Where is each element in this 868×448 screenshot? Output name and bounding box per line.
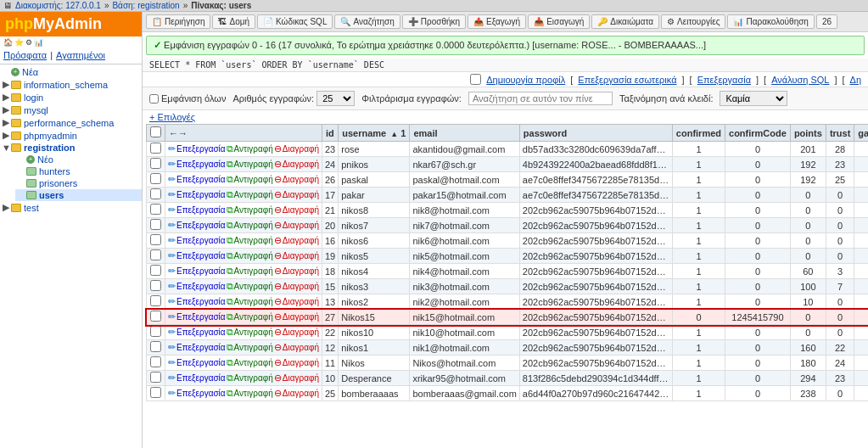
- select-all-checkbox[interactable]: [150, 126, 161, 137]
- edit-link[interactable]: Επεξεργασία: [176, 251, 226, 260]
- copy-link[interactable]: Αντιγραφή: [234, 266, 273, 276]
- delete-link[interactable]: Διαγραφή: [283, 328, 319, 337]
- copy-link[interactable]: Αντιγραφή: [234, 389, 273, 398]
- edit-link[interactable]: Επεξεργασία: [176, 205, 226, 215]
- edit-link[interactable]: Επεξεργασία: [176, 160, 226, 169]
- search-button[interactable]: 🔍 Αναζήτηση: [334, 14, 400, 29]
- col-header-confirmed[interactable]: confirmed: [672, 125, 725, 142]
- insert-button[interactable]: ➕ Προσθήκη: [402, 14, 466, 29]
- tree-table-new[interactable]: + Νέο: [15, 154, 142, 165]
- structure-button[interactable]: 🏗 Δομή: [212, 14, 255, 29]
- edit-link[interactable]: Επεξεργασία: [176, 328, 226, 337]
- favorites-link[interactable]: Αγαπημένοι: [56, 50, 105, 60]
- more-button[interactable]: 26: [816, 14, 837, 29]
- create-profile-checkbox[interactable]: [470, 74, 481, 85]
- edit-link[interactable]: Επεξεργασία: [176, 190, 226, 199]
- delete-link[interactable]: Διαγραφή: [283, 205, 319, 215]
- delete-link[interactable]: Διαγραφή: [283, 266, 319, 276]
- delete-link[interactable]: Διαγραφή: [283, 343, 319, 352]
- export-button[interactable]: 📤 Εξαγωγή: [468, 14, 526, 29]
- import-button[interactable]: 📥 Εισαγωγή: [528, 14, 590, 29]
- col-header-id[interactable]: id: [322, 125, 339, 142]
- copy-link[interactable]: Αντιγραφή: [234, 373, 273, 383]
- col-header-games[interactable]: games: [854, 125, 868, 142]
- operations-button[interactable]: ⚙ Λειτουργίες: [661, 14, 725, 29]
- delete-link[interactable]: Διαγραφή: [283, 175, 319, 184]
- tree-db-phpmyadmin[interactable]: ▶ phpmyadmin: [0, 129, 142, 142]
- tree-table-prisoners[interactable]: prisoners: [15, 177, 142, 189]
- row-checkbox[interactable]: [150, 173, 161, 184]
- tree-db-test[interactable]: ▶ test: [0, 201, 142, 214]
- tree-db-information_schema[interactable]: ▶ information_schema: [0, 78, 142, 91]
- copy-link[interactable]: Αντιγραφή: [234, 312, 273, 322]
- copy-link[interactable]: Αντιγραφή: [234, 297, 273, 306]
- row-checkbox[interactable]: [150, 204, 161, 215]
- browse-button[interactable]: 📋 Περιήγηση: [146, 14, 210, 29]
- copy-link[interactable]: Αντιγραφή: [234, 175, 273, 184]
- breadcrumb-server[interactable]: Διακομιστής: 127.0.0.1: [15, 1, 101, 10]
- row-checkbox[interactable]: [150, 387, 161, 398]
- sort-select[interactable]: Καμία: [720, 91, 787, 106]
- row-checkbox[interactable]: [150, 295, 161, 306]
- tree-db-login[interactable]: ▶ login: [0, 91, 142, 104]
- row-checkbox[interactable]: [150, 280, 161, 291]
- copy-link[interactable]: Αντιγραφή: [234, 236, 273, 245]
- row-checkbox[interactable]: [150, 234, 161, 245]
- edit-link[interactable]: Επεξεργασία: [176, 221, 226, 230]
- delete-link[interactable]: Διαγραφή: [283, 312, 319, 322]
- copy-link[interactable]: Αντιγραφή: [234, 160, 273, 169]
- copy-link[interactable]: Αντιγραφή: [234, 144, 273, 154]
- add-entries-link[interactable]: + Επιλογές: [149, 112, 195, 122]
- edit-link[interactable]: Επεξεργασία: [176, 282, 226, 291]
- create-profile-link[interactable]: Δημιουργία προφίλ: [486, 75, 565, 85]
- delete-link[interactable]: Διαγραφή: [283, 190, 319, 199]
- edit-link[interactable]: Επεξεργασία: [176, 175, 226, 184]
- edit-link[interactable]: Επεξεργασία: [697, 75, 751, 85]
- col-header-username[interactable]: username ▲ 1: [339, 125, 410, 142]
- recent-link[interactable]: Πρόσφατα: [3, 50, 47, 60]
- edit-link[interactable]: Επεξεργασία: [176, 266, 226, 276]
- tracking-button[interactable]: 📊 Παρακολούθηση: [727, 14, 814, 29]
- delete-link[interactable]: Διαγραφή: [283, 251, 319, 260]
- row-checkbox[interactable]: [150, 158, 161, 169]
- col-header-points[interactable]: points: [790, 125, 826, 142]
- edit-link[interactable]: Επεξεργασία: [176, 358, 226, 367]
- row-checkbox[interactable]: [150, 311, 161, 322]
- delete-link[interactable]: Διαγραφή: [283, 297, 319, 306]
- copy-link[interactable]: Αντιγραφή: [234, 190, 273, 199]
- edit-internal-link[interactable]: Επεξεργασία εσωτερικά: [578, 75, 676, 85]
- copy-link[interactable]: Αντιγραφή: [234, 282, 273, 291]
- col-header-email[interactable]: email: [410, 125, 519, 142]
- delete-link[interactable]: Διαγραφή: [283, 160, 319, 169]
- breadcrumb-table[interactable]: Πίνακας: users: [191, 1, 251, 10]
- edit-link[interactable]: Επεξεργασία: [176, 373, 226, 383]
- copy-link[interactable]: Αντιγραφή: [234, 221, 273, 230]
- breadcrumb-database[interactable]: Βάση: registration: [112, 1, 179, 10]
- show-all-checkbox[interactable]: [149, 94, 159, 104]
- delete-link[interactable]: Διαγραφή: [283, 221, 319, 230]
- row-checkbox[interactable]: [150, 372, 161, 383]
- edit-link[interactable]: Επεξεργασία: [176, 343, 226, 352]
- tree-table-hunters[interactable]: hunters: [15, 165, 142, 177]
- edit-link[interactable]: Επεξεργασία: [176, 144, 226, 154]
- filter-input[interactable]: [468, 92, 613, 105]
- edit-link[interactable]: Επεξεργασία: [176, 236, 226, 245]
- row-checkbox[interactable]: [150, 356, 161, 367]
- col-header-password[interactable]: password: [519, 125, 672, 142]
- edit-link[interactable]: Επεξεργασία: [176, 297, 226, 306]
- sql-analysis-link[interactable]: Ανάλυση SQL: [771, 75, 829, 85]
- delete-link[interactable]: Διαγραφή: [283, 358, 319, 367]
- row-checkbox[interactable]: [150, 265, 161, 276]
- row-checkbox[interactable]: [150, 143, 161, 154]
- delete-link[interactable]: Διαγραφή: [283, 389, 319, 398]
- delete-link[interactable]: Διαγραφή: [283, 144, 319, 154]
- tree-item-new[interactable]: + Νέα: [0, 66, 142, 78]
- delete-link[interactable]: Διαγραφή: [283, 373, 319, 383]
- edit-link[interactable]: Επεξεργασία: [176, 389, 226, 398]
- row-checkbox[interactable]: [150, 188, 161, 199]
- sql-button[interactable]: 📄 Κώδικας SQL: [257, 14, 333, 29]
- row-checkbox[interactable]: [150, 341, 161, 352]
- row-checkbox[interactable]: [150, 249, 161, 260]
- tree-table-users[interactable]: users: [15, 189, 142, 201]
- tree-db-performance_schema[interactable]: ▶ performance_schema: [0, 116, 142, 129]
